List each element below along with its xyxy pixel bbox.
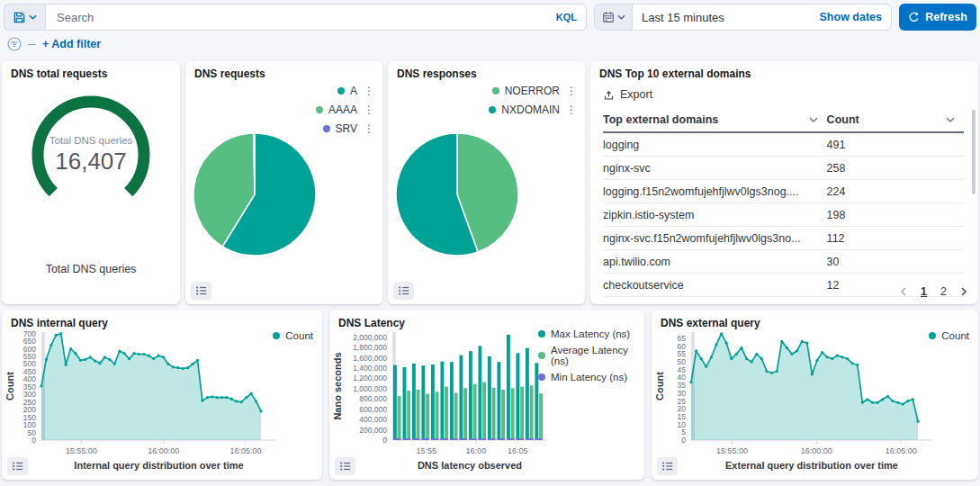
data-point xyxy=(811,373,814,375)
bar-max-latency xyxy=(440,362,444,440)
bar-avg-latency xyxy=(473,384,477,440)
saved-query-menu-button[interactable] xyxy=(4,4,45,31)
data-point xyxy=(891,400,894,402)
bar-avg-latency xyxy=(445,387,448,440)
show-dates-link[interactable]: Show dates xyxy=(811,11,891,23)
previous-page-icon[interactable] xyxy=(900,287,907,296)
data-point xyxy=(186,366,189,369)
data-point xyxy=(113,363,116,365)
legend-item-actions-icon[interactable]: ⋮ xyxy=(565,86,578,95)
x-tick-label: 16:05 xyxy=(508,446,528,455)
cell-count: 491 xyxy=(827,132,964,157)
data-point xyxy=(710,356,713,358)
data-point xyxy=(846,357,849,360)
y-tick-label: 1,000,000 xyxy=(353,384,387,393)
next-page-icon[interactable] xyxy=(960,287,967,296)
filter-icon[interactable] xyxy=(7,37,22,51)
data-point xyxy=(765,370,768,373)
bar-avg-latency xyxy=(511,388,515,440)
legend-toggle-button[interactable] xyxy=(7,457,28,475)
legend-dot xyxy=(316,106,323,113)
page-button-2[interactable]: 2 xyxy=(940,285,947,298)
data-point xyxy=(916,420,919,423)
legend-list-icon xyxy=(398,284,410,297)
calendar-menu-button[interactable] xyxy=(595,4,633,30)
table-scrollbar[interactable] xyxy=(972,110,976,194)
bar-max-latency xyxy=(507,335,510,440)
data-point xyxy=(230,398,233,400)
legend-item-NOERROR[interactable]: NOERROR⋮ xyxy=(489,85,578,97)
legend-toggle-button[interactable] xyxy=(335,457,355,475)
data-point xyxy=(801,340,804,343)
x-tick-label: 15:55:00 xyxy=(716,446,748,455)
legend-item-actions-icon[interactable]: ⋮ xyxy=(363,124,375,133)
data-point xyxy=(216,396,219,399)
time-range-value[interactable]: Last 15 minutes xyxy=(633,11,811,24)
data-point xyxy=(826,356,829,358)
bar-max-latency xyxy=(516,353,519,440)
x-axis-title: Internal query distribution over time xyxy=(74,460,243,471)
search-bar: KQL xyxy=(45,4,587,31)
legend-item-Min Latency (ns)[interactable]: Min Latency (ns) xyxy=(538,372,639,382)
legend-item-Count[interactable]: Count xyxy=(929,330,969,341)
legend-toggle-button[interactable] xyxy=(393,282,414,300)
refresh-button[interactable]: Refresh xyxy=(899,4,976,31)
x-axis-title: DNS latency observed xyxy=(418,460,522,471)
y-tick-label: 30 xyxy=(678,389,687,398)
data-point xyxy=(152,357,155,360)
page-button-1[interactable]: 1 xyxy=(921,285,927,298)
legend-toggle-button[interactable] xyxy=(191,282,211,300)
y-tick-label: 20 xyxy=(678,404,687,413)
legend-item-actions-icon[interactable]: ⋮ xyxy=(363,86,375,95)
column-header-domains[interactable]: Top external domains xyxy=(603,108,827,132)
column-header-count[interactable]: Count xyxy=(827,108,964,132)
pie-legend: NOERROR⋮NXDOMAIN⋮ xyxy=(489,85,578,116)
area-chart: 0510152025303540455055606515:55:0016:00:… xyxy=(652,325,978,480)
column-header-label: Top external domains xyxy=(603,113,718,126)
legend-dot xyxy=(538,374,545,381)
data-point xyxy=(45,358,48,361)
data-point xyxy=(871,401,874,404)
kql-badge[interactable]: KQL xyxy=(556,12,577,22)
legend-item-AAAA[interactable]: AAAA⋮ xyxy=(316,104,375,116)
data-point xyxy=(725,342,728,345)
add-filter-link[interactable]: + Add filter xyxy=(42,38,101,50)
data-point xyxy=(94,360,96,363)
bar-min-latency xyxy=(479,438,486,440)
legend-item-Average Latency (ns)[interactable]: Average Latency (ns) xyxy=(538,345,639,366)
data-point xyxy=(69,347,72,350)
legend-item-Count[interactable]: Count xyxy=(273,330,313,341)
data-point xyxy=(206,396,209,399)
data-point xyxy=(841,356,843,358)
y-tick-label: 1,200,000 xyxy=(353,374,387,382)
legend-item-SRV[interactable]: SRV⋮ xyxy=(316,122,375,135)
chart-legend: Count xyxy=(929,330,969,341)
y-tick-label: 5 xyxy=(681,428,686,436)
data-point xyxy=(59,332,62,335)
table-row: zipkin.istio-system198 xyxy=(603,203,964,227)
data-point xyxy=(89,356,92,358)
legend-item-actions-icon[interactable]: ⋮ xyxy=(565,105,578,114)
bar-avg-latency xyxy=(482,382,486,440)
search-input[interactable] xyxy=(55,10,549,25)
data-point xyxy=(40,384,42,387)
legend-item-A[interactable]: A⋮ xyxy=(316,85,375,97)
cell-domain: checkoutservice xyxy=(603,274,827,297)
legend-dot xyxy=(489,106,496,113)
data-point xyxy=(162,356,165,358)
legend-item-NXDOMAIN[interactable]: NXDOMAIN⋮ xyxy=(489,104,578,116)
bar-max-latency xyxy=(421,365,425,440)
chevron-down-icon xyxy=(29,14,37,20)
column-header-label: Count xyxy=(827,113,859,126)
y-tick-label: 1,600,000 xyxy=(353,354,387,363)
y-tick-label: 60 xyxy=(678,342,687,351)
data-point xyxy=(84,358,86,361)
legend-toggle-button[interactable] xyxy=(657,457,678,475)
bar-max-latency xyxy=(526,348,529,440)
legend-label: Min Latency (ns) xyxy=(551,372,627,382)
legend-item-Max Latency (ns)[interactable]: Max Latency (ns) xyxy=(538,328,639,339)
cell-domain: nginx-svc.f15n2womfujehfjlwv0lgs3no... xyxy=(603,227,827,250)
legend-item-actions-icon[interactable]: ⋮ xyxy=(363,105,375,114)
data-point xyxy=(148,355,150,357)
export-button[interactable]: Export xyxy=(603,88,652,101)
